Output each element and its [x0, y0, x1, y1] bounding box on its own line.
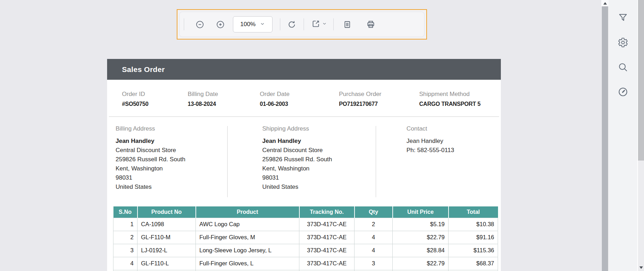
toolbar-card: 100% — [179, 12, 425, 37]
cell-tracking-no: 373D-417C-AE — [299, 244, 355, 257]
document-icon — [343, 20, 352, 29]
settings-button[interactable] — [617, 36, 629, 48]
header-product-no: Product No — [137, 206, 196, 218]
order-date-value: 01-06-2003 — [260, 101, 339, 107]
scroll-down-button[interactable] — [638, 264, 644, 271]
filter-button[interactable] — [617, 12, 629, 24]
chevron-down-icon — [260, 21, 265, 28]
zoom-in-icon — [216, 20, 225, 29]
shipping-address-line: 259826 Russell Rd. South — [262, 155, 376, 164]
cell-product-no: GL-F110-M — [137, 231, 196, 244]
header-total: Total — [449, 206, 498, 218]
table-row: 2 GL-F110-M Full-Finger Gloves, M 373D-4… — [113, 231, 498, 244]
refresh-icon — [287, 20, 297, 29]
export-icon — [311, 19, 321, 30]
cell-product: Full-Finger Gloves, L — [196, 257, 299, 270]
billing-address-block: Billing Address Jean Handley Central Dis… — [107, 117, 227, 206]
performance-button[interactable] — [617, 86, 629, 98]
shipment-method-label: Shippment Method — [419, 91, 481, 98]
cell-tracking-no: 373D-417C-AE — [299, 218, 355, 231]
print-icon — [366, 19, 376, 29]
page-scrollbar-thumb[interactable] — [638, 0, 644, 161]
scroll-up-button[interactable] — [601, 0, 609, 6]
address-divider — [376, 126, 376, 197]
cell-sno: 1 — [113, 218, 137, 231]
shipping-address-line: 98031 — [262, 173, 376, 182]
contact-block: Contact Jean Handley Ph: 582-555-0113 — [376, 117, 501, 206]
zoom-level-select[interactable]: 100% — [233, 16, 273, 32]
export-button[interactable] — [311, 19, 327, 30]
shipping-address-line: Central Discount Store — [262, 146, 376, 155]
contact-line: Jean Handley — [406, 137, 501, 146]
cell-product-no: GL-F110-L — [137, 257, 196, 270]
shipping-address-block: Shipping Address Jean Handley Central Di… — [227, 117, 376, 206]
cell-unit-price: $22.79 — [393, 257, 449, 270]
refresh-button[interactable] — [285, 17, 299, 31]
table-row: 1 CA-1098 AWC Logo Cap 373D-417C-AE 2 $5… — [113, 218, 498, 231]
report-toolbar: 100% — [177, 9, 427, 40]
contact-label: Contact — [406, 125, 501, 132]
header-qty: Qty — [355, 206, 393, 218]
search-icon — [617, 62, 628, 73]
print-button[interactable] — [364, 17, 378, 31]
shipment-method-field: Shippment Method CARGO TRANSPORT 5 — [419, 91, 481, 116]
billing-address-line: Central Discount Store — [116, 146, 227, 155]
order-id-field: Order ID #SO50750 — [122, 91, 188, 116]
contact-line: Ph: 582-555-0113 — [406, 146, 501, 155]
cell-product: Full-Finger Gloves, M — [196, 231, 299, 244]
billing-date-value: 13-08-2024 — [188, 101, 260, 107]
settings-icon — [617, 37, 628, 48]
purchase-order-value: PO7192170677 — [339, 101, 419, 107]
report-title-banner: Sales Order — [107, 59, 501, 80]
billing-address-label: Billing Address — [116, 125, 227, 132]
search-button[interactable] — [617, 61, 629, 73]
purchase-order-label: Purchase Order — [339, 91, 419, 98]
addresses-section: Billing Address Jean Handley Central Dis… — [107, 117, 501, 206]
order-info-row: Order ID #SO50750 Billing Date 13-08-202… — [107, 80, 501, 116]
order-id-value: #SO50750 — [122, 101, 188, 107]
toolbar-separator — [280, 18, 280, 30]
table-header-row: S.No Product No Product Tracking No. Qty… — [113, 206, 498, 218]
header-tracking-no: Tracking No. — [299, 206, 355, 218]
order-items-table: S.No Product No Product Tracking No. Qty… — [113, 206, 498, 271]
viewer-scrollbar-thumb[interactable] — [602, 6, 608, 271]
header-sno: S.No — [113, 206, 137, 218]
table-row: 4 GL-F110-L Full-Finger Gloves, L 373D-4… — [113, 257, 498, 270]
cell-unit-price: $28.84 — [393, 244, 449, 257]
page-setup-button[interactable] — [340, 17, 354, 31]
order-date-label: Order Date — [260, 91, 339, 98]
triangle-down-icon — [639, 266, 643, 269]
gauge-icon — [617, 86, 628, 97]
report-page: Sales Order Order ID #SO50750 Billing Da… — [107, 59, 501, 271]
page-scrollbar[interactable] — [638, 0, 644, 271]
order-date-field: Order Date 01-06-2003 — [260, 91, 339, 116]
cell-product-no: LJ-0192-L — [137, 244, 196, 257]
shipping-address-label: Shipping Address — [262, 125, 376, 132]
cell-qty: 4 — [355, 231, 393, 244]
cell-unit-price: $5.19 — [393, 218, 449, 231]
zoom-out-button[interactable] — [193, 17, 207, 31]
viewer-scrollbar[interactable] — [601, 0, 609, 271]
cell-sno: 2 — [113, 231, 137, 244]
toolbar-separator — [184, 18, 184, 30]
zoom-out-icon — [195, 20, 205, 29]
triangle-up-icon — [603, 2, 607, 5]
cell-product-no: CA-1098 — [137, 218, 196, 231]
cell-product: AWC Logo Cap — [196, 218, 299, 231]
header-product: Product — [196, 206, 299, 218]
zoom-in-button[interactable] — [213, 17, 227, 31]
cell-qty: 2 — [355, 218, 393, 231]
cell-total: $91.16 — [449, 231, 498, 244]
chevron-down-icon — [322, 21, 327, 28]
shipment-method-value: CARGO TRANSPORT 5 — [419, 101, 481, 107]
billing-date-field: Billing Date 13-08-2024 — [188, 91, 260, 116]
cell-sno: 4 — [113, 257, 137, 270]
billing-address-line: 259826 Russell Rd. South — [116, 155, 227, 164]
billing-address-line: Kent, Washington — [116, 164, 227, 173]
cell-tracking-no: 373D-417C-AE — [299, 231, 355, 244]
cell-tracking-no: 373D-417C-AE — [299, 257, 355, 270]
address-divider — [227, 126, 228, 197]
table-row: 3 LJ-0192-L Long-Sleeve Logo Jersey, L 3… — [113, 244, 498, 257]
billing-address-line: United States — [116, 182, 227, 192]
cell-sno: 3 — [113, 244, 137, 257]
